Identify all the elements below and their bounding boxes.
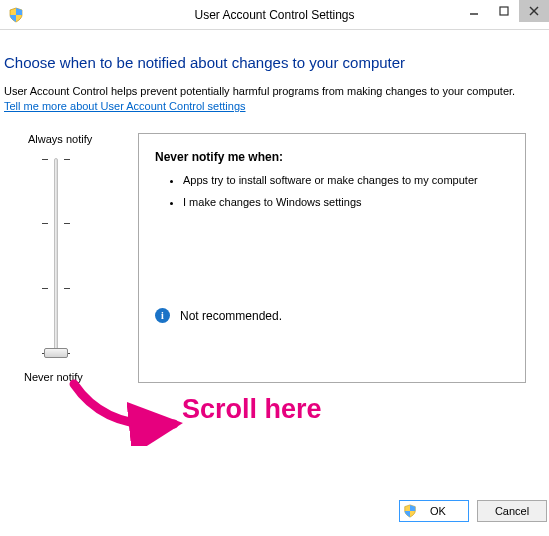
- slider-label-always: Always notify: [28, 133, 138, 145]
- svg-rect-1: [500, 7, 508, 15]
- shield-icon: [403, 504, 417, 520]
- slider-thumb[interactable]: [44, 348, 68, 358]
- minimize-button[interactable]: [459, 0, 489, 22]
- recommendation-text: Not recommended.: [180, 309, 282, 323]
- window-buttons: [459, 0, 549, 29]
- learn-more-link[interactable]: Tell me more about User Account Control …: [4, 100, 246, 112]
- button-bar: OK Cancel: [399, 500, 549, 522]
- annotation-arrow: [66, 376, 196, 446]
- window-title: User Account Control Settings: [194, 8, 354, 22]
- panel-heading: Never notify me when:: [155, 150, 509, 164]
- notification-slider[interactable]: [46, 153, 86, 363]
- list-item: Apps try to install software or make cha…: [183, 174, 509, 186]
- page-description: User Account Control helps prevent poten…: [4, 85, 549, 97]
- recommendation-row: i Not recommended.: [155, 308, 509, 323]
- cancel-label: Cancel: [495, 505, 529, 517]
- page-heading: Choose when to be notified about changes…: [4, 54, 549, 71]
- ok-button[interactable]: OK: [399, 500, 469, 522]
- info-panel: Never notify me when: Apps try to instal…: [138, 133, 526, 383]
- ok-label: OK: [430, 505, 446, 517]
- cancel-button[interactable]: Cancel: [477, 500, 547, 522]
- titlebar: User Account Control Settings: [0, 0, 549, 30]
- slider-area: Always notify Never notify Never notify …: [4, 133, 549, 383]
- maximize-button[interactable]: [489, 0, 519, 22]
- content-area: Choose when to be notified about changes…: [0, 30, 549, 383]
- slider-label-never: Never notify: [24, 371, 138, 383]
- annotation-label: Scroll here: [182, 394, 322, 425]
- slider-column: Always notify Never notify: [8, 133, 138, 383]
- shield-icon: [8, 7, 24, 23]
- panel-list: Apps try to install software or make cha…: [155, 174, 509, 208]
- info-icon: i: [155, 308, 170, 323]
- list-item: I make changes to Windows settings: [183, 196, 509, 208]
- close-button[interactable]: [519, 0, 549, 22]
